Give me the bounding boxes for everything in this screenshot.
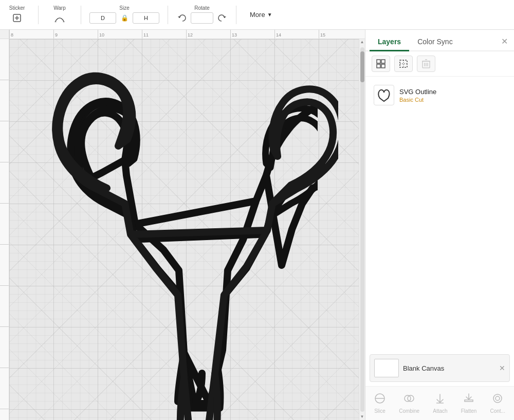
tab-layers[interactable]: Layers — [370, 33, 409, 51]
artwork-bull[interactable] — [40, 54, 338, 420]
layer-thumbnail — [374, 85, 394, 105]
ruler-mark-8: 8 — [9, 30, 53, 39]
rv-6 — [0, 245, 9, 286]
warp-label: Warp — [53, 5, 66, 11]
svg-rect-7 — [377, 60, 380, 63]
layer-item[interactable]: SVG Outline Basic Cut — [370, 81, 510, 109]
ruler-h-marks: 8 9 10 11 12 13 14 15 — [9, 30, 363, 39]
rv-7 — [0, 286, 9, 327]
rv-8 — [0, 327, 9, 368]
sticker-icon[interactable] — [11, 12, 23, 24]
svg-marker-6 — [223, 16, 226, 18]
rotate-right-icon[interactable] — [215, 12, 228, 24]
flatten-label: Flatten — [461, 408, 477, 414]
attach-tool[interactable]: Attach — [429, 391, 451, 416]
attach-label: Attach — [433, 408, 447, 414]
slice-label: Slice — [374, 408, 386, 414]
ruler-mark-11: 11 — [142, 30, 186, 39]
divider-3 — [168, 6, 168, 24]
slice-icon — [374, 393, 386, 407]
layer-type: Basic Cut — [399, 97, 436, 103]
delete-button[interactable] — [417, 56, 435, 72]
size-group: Size D 🔒 H — [89, 5, 159, 24]
rotate-group: Rotate — [176, 5, 228, 24]
combine-tool[interactable]: Combine — [395, 391, 424, 416]
layer-list: SVG Outline Basic Cut — [365, 77, 514, 350]
ungroup-button[interactable] — [394, 56, 413, 72]
blank-canvas-area: Blank Canvas ✕ — [370, 354, 510, 382]
rv-2 — [0, 80, 9, 121]
width-input[interactable]: D — [89, 12, 116, 24]
ruler-horizontal: 8 9 10 11 12 13 14 15 — [0, 30, 365, 39]
scrollbar-thumb[interactable] — [360, 51, 364, 82]
sticker-label: Sticker — [9, 5, 25, 11]
ruler-mark-15: 15 — [319, 30, 363, 39]
sticker-controls — [11, 12, 23, 24]
scrollbar-vertical[interactable]: ▲ ▼ — [359, 39, 365, 420]
svg-rect-10 — [381, 64, 385, 68]
blank-canvas-thumbnail — [374, 359, 399, 377]
contour-label: Cont... — [490, 408, 505, 414]
warp-icon[interactable] — [53, 12, 66, 24]
grid-canvas[interactable] — [9, 39, 359, 420]
rv-1 — [0, 39, 9, 80]
rotate-left-icon[interactable] — [176, 12, 189, 24]
rv-4 — [0, 162, 9, 204]
rv-9 — [0, 368, 9, 409]
chevron-down-icon: ▼ — [267, 12, 272, 17]
scroll-down-arrow[interactable]: ▼ — [360, 415, 364, 419]
svg-rect-11 — [400, 60, 407, 67]
rotate-input[interactable] — [191, 12, 213, 24]
size-label: Size — [119, 5, 129, 11]
ruler-corner — [0, 30, 9, 39]
svg-rect-8 — [381, 60, 385, 63]
svg-marker-5 — [178, 16, 181, 18]
contour-icon — [492, 393, 503, 407]
warp-group: Warp — [47, 5, 72, 24]
right-panel: Layers Color Sync ✕ — [365, 30, 514, 420]
group-button[interactable] — [372, 56, 390, 72]
contour-tool[interactable]: Cont... — [486, 391, 509, 416]
ruler-mark-12: 12 — [186, 30, 230, 39]
slice-tool[interactable]: Slice — [370, 391, 390, 416]
canvas-area: 8 9 10 11 12 13 14 15 — [0, 30, 365, 420]
panel-bottom-toolbar: Slice Combine Attach — [365, 386, 514, 420]
svg-rect-25 — [465, 400, 473, 401]
height-input[interactable]: H — [133, 12, 159, 24]
canvas-scroll[interactable] — [9, 39, 359, 420]
canvas-with-ruler: ▲ ▼ — [0, 39, 365, 420]
scrollbar-track[interactable] — [360, 47, 364, 412]
panel-toolbar — [365, 51, 514, 77]
main-area: 8 9 10 11 12 13 14 15 — [0, 30, 514, 420]
divider-2 — [81, 6, 81, 24]
size-controls: D 🔒 H — [89, 12, 159, 24]
ruler-mark-9: 9 — [53, 30, 98, 39]
divider-4 — [236, 6, 236, 24]
svg-rect-9 — [377, 64, 380, 68]
divider-1 — [38, 6, 39, 24]
flatten-icon — [463, 393, 474, 407]
rv-3 — [0, 121, 9, 162]
ruler-mark-14: 14 — [274, 30, 319, 39]
lock-icon[interactable]: 🔒 — [118, 12, 131, 24]
panel-close-icon[interactable]: ✕ — [499, 32, 510, 50]
warp-controls — [53, 12, 66, 24]
scroll-up-arrow[interactable]: ▲ — [360, 40, 364, 44]
main-toolbar: Sticker Warp Size D 🔒 H — [0, 0, 514, 30]
panel-tabs: Layers Color Sync ✕ — [365, 30, 514, 51]
ruler-mark-10: 10 — [98, 30, 142, 39]
rotate-controls — [176, 12, 228, 24]
flatten-tool[interactable]: Flatten — [457, 391, 481, 416]
blank-canvas-label: Blank Canvas — [403, 364, 444, 372]
layer-info: SVG Outline Basic Cut — [399, 88, 436, 103]
tab-color-sync[interactable]: Color Sync — [409, 33, 461, 51]
attach-icon — [434, 393, 446, 407]
more-button[interactable]: More ▼ — [245, 9, 278, 21]
svg-marker-4 — [63, 21, 65, 22]
ruler-mark-13: 13 — [230, 30, 274, 39]
layer-name: SVG Outline — [399, 88, 436, 96]
svg-marker-3 — [54, 21, 57, 22]
svg-point-26 — [493, 394, 502, 403]
sticker-group: Sticker — [4, 5, 30, 24]
blank-canvas-close[interactable]: ✕ — [499, 364, 505, 372]
